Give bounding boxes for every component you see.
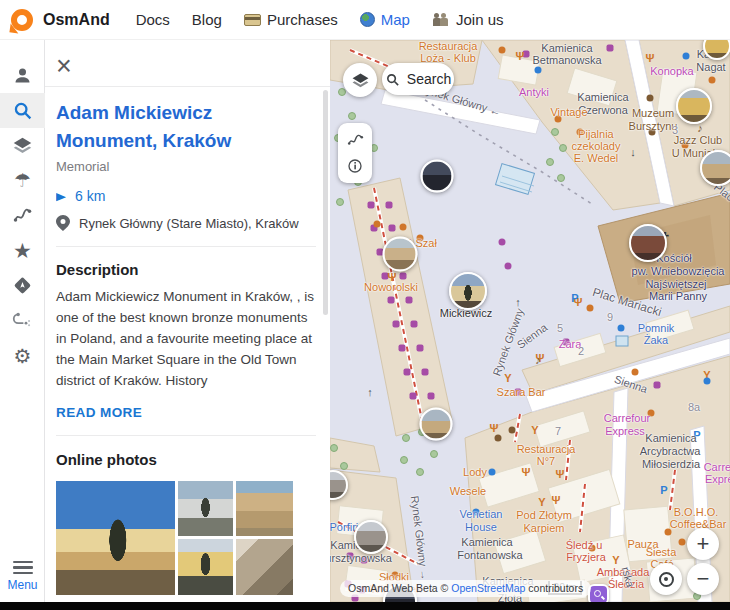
map-label: Karpiem <box>524 522 565 534</box>
map-poi-icon <box>389 225 396 232</box>
map-label: Kamienica <box>645 432 696 444</box>
zoom-in-button[interactable]: + <box>687 528 719 560</box>
map-tools-panel <box>338 123 372 183</box>
map-poi-icon <box>535 67 542 74</box>
photo-marker[interactable] <box>420 408 453 441</box>
map-poi-icon: ♪ <box>697 123 703 134</box>
map-poi-icon: Ψ <box>522 467 531 478</box>
nav-purchases-label: Purchases <box>267 11 338 28</box>
nav-blog-label: Blog <box>192 11 222 28</box>
map-poi-icon <box>400 273 407 280</box>
photo-thumbnail[interactable] <box>178 539 233 595</box>
photo-thumbnail[interactable] <box>236 539 293 595</box>
address-row: Rynek Główny (Stare Miasto), Kraków <box>56 215 316 231</box>
map-poi-icon <box>499 47 506 54</box>
osmand-logo-icon[interactable] <box>9 7 35 33</box>
map-poi-icon: ↑ <box>515 297 521 308</box>
map-poi-icon <box>618 325 625 332</box>
map-poi-icon: Ψ <box>556 469 565 480</box>
online-photos-heading: Online photos <box>56 451 316 468</box>
sidebar-item-layers[interactable] <box>0 128 45 163</box>
photo-marker[interactable] <box>354 520 388 554</box>
track-analyzer-icon[interactable] <box>347 133 364 147</box>
map-canvas[interactable]: RestauracjaLoża - KlubKamienicaBetmanows… <box>330 40 730 602</box>
nav-map-label: Map <box>381 11 410 28</box>
info-icon[interactable] <box>347 158 363 174</box>
tree-icon <box>348 112 356 120</box>
zoom-out-button[interactable]: − <box>687 563 719 595</box>
tree-icon <box>430 450 438 458</box>
photo-marker[interactable] <box>629 224 667 262</box>
sidebar-menu[interactable]: Menu <box>0 558 45 593</box>
distance-value: 6 km <box>75 188 105 204</box>
nav-link-purchases[interactable]: Purchases <box>244 11 338 28</box>
photo-marker[interactable] <box>383 237 418 272</box>
map-layers-button[interactable] <box>343 63 377 97</box>
tree-icon <box>340 462 348 470</box>
map-poi-icon: ↑ <box>367 387 373 398</box>
read-more-button[interactable]: READ MORE <box>56 405 142 420</box>
search-icon <box>385 72 400 87</box>
photo-thumbnail[interactable] <box>236 481 293 536</box>
tree-icon <box>330 444 338 452</box>
sidebar-item-settings[interactable]: ⚙ <box>0 338 45 373</box>
nav-link-join-us[interactable]: Join us <box>432 11 504 28</box>
openstreetmap-link[interactable]: OpenStreetMap <box>451 582 525 594</box>
tree-icon <box>402 434 410 442</box>
sidebar-item-tracks[interactable] <box>0 198 45 233</box>
photo-marker[interactable] <box>676 88 712 124</box>
map-label: Siesta <box>646 546 677 558</box>
nav-docs-label: Docs <box>136 11 170 28</box>
photo-marker[interactable] <box>421 160 454 193</box>
search-result-marker-icon[interactable] <box>588 584 609 602</box>
map-poi-icon <box>505 263 512 270</box>
photo-thumbnail[interactable] <box>56 481 175 595</box>
map-poi-icon: ↓ <box>630 147 636 158</box>
nav-link-blog[interactable]: Blog <box>192 11 222 28</box>
hamburger-menu-icon <box>13 561 33 575</box>
tree-icon <box>400 456 408 464</box>
map-search-label: Search <box>407 71 451 87</box>
sidebar-item-account[interactable] <box>0 58 45 93</box>
description-heading: Description <box>56 261 316 278</box>
map-label: Jazz Club <box>674 134 722 146</box>
photo-marker[interactable] <box>449 272 487 310</box>
map-label: Lody <box>463 466 487 478</box>
map-label: Pomnik <box>638 322 675 334</box>
map-poi-icon <box>393 321 400 328</box>
sidebar-item-plan-route[interactable] <box>0 303 45 338</box>
map-label: czekolady <box>572 140 621 152</box>
panel-scrollbar[interactable] <box>323 90 328 315</box>
page-title: Adam Mickiewicz Monument, Kraków <box>56 87 316 154</box>
sidebar-item-navigation[interactable] <box>0 268 45 303</box>
map-label: 8a <box>688 401 700 413</box>
photo-thumbnail[interactable] <box>178 481 233 536</box>
sidebar-item-search[interactable] <box>0 93 45 128</box>
locate-me-button[interactable] <box>650 563 682 595</box>
nav-link-docs[interactable]: Docs <box>136 11 170 28</box>
brand-name[interactable]: OsmAnd <box>43 11 110 29</box>
divider <box>56 246 316 247</box>
photo-marker[interactable] <box>700 150 730 186</box>
map-poi-icon <box>417 345 424 352</box>
map-label: Restauracja <box>419 40 478 52</box>
map-poi-icon <box>406 297 413 304</box>
map-poi-icon: Ψ <box>490 423 499 434</box>
close-icon[interactable]: × <box>45 40 85 86</box>
nav-link-map[interactable]: Map <box>360 11 410 28</box>
photo-marker[interactable] <box>330 470 348 500</box>
sidebar-item-favorites[interactable]: ★ <box>0 233 45 268</box>
plan-route-icon <box>12 310 33 331</box>
map-label: pw. Wniebowzięcia <box>632 265 725 277</box>
map-poi-icon <box>411 321 418 328</box>
map-poi-icon: Y <box>504 373 511 384</box>
map-label: Żaka <box>644 334 668 346</box>
purchases-card-icon <box>244 14 261 26</box>
map-label: E. Wedel <box>574 152 618 164</box>
distance-row[interactable]: ▶ 6 km <box>56 188 316 204</box>
map-search-button[interactable]: Search <box>382 63 454 95</box>
map-poi-icon <box>386 202 393 209</box>
navigation-icon <box>12 275 33 296</box>
map-attribution: OsmAnd Web Beta © OpenStreetMap contribu… <box>340 580 591 597</box>
sidebar-item-weather[interactable]: ☂ <box>0 163 45 198</box>
